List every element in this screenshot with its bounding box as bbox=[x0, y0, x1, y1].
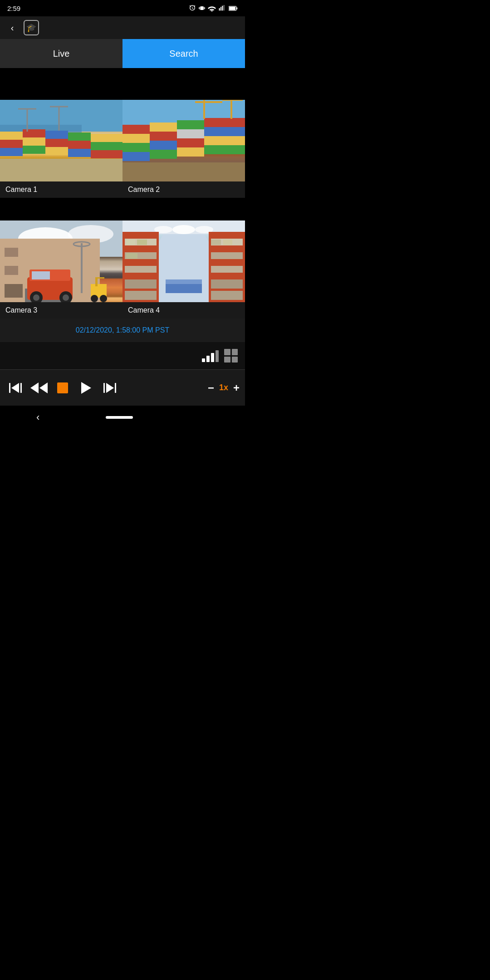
svg-rect-31 bbox=[150, 132, 177, 141]
grid-view-button[interactable] bbox=[224, 349, 238, 363]
camera-cell-2 bbox=[122, 100, 245, 181]
logo-shield: 🎓 bbox=[24, 20, 39, 35]
svg-rect-52 bbox=[5, 266, 18, 275]
camera-label-4: Camera 4 bbox=[122, 302, 245, 318]
svg-rect-30 bbox=[150, 122, 177, 132]
tabs: Live Search bbox=[0, 39, 245, 68]
svg-rect-34 bbox=[177, 120, 204, 129]
camera-cell-1 bbox=[0, 100, 122, 181]
svg-rect-37 bbox=[177, 147, 204, 157]
camera-feed-1 bbox=[0, 100, 122, 181]
svg-rect-92 bbox=[166, 284, 202, 293]
stop-button[interactable] bbox=[53, 378, 73, 398]
status-time: 2:59 bbox=[7, 5, 20, 12]
camera-feed-4 bbox=[122, 220, 245, 302]
tab-live[interactable]: Live bbox=[0, 39, 122, 68]
grid-cell-tl bbox=[224, 349, 230, 355]
svg-rect-9 bbox=[23, 137, 45, 146]
status-icons bbox=[189, 5, 238, 12]
tab-search[interactable]: Search bbox=[122, 39, 245, 68]
bar2 bbox=[206, 356, 210, 362]
svg-rect-36 bbox=[177, 138, 204, 147]
camera-feed-2 bbox=[122, 100, 245, 181]
speed-label: 1x bbox=[217, 383, 230, 392]
step-forward-button[interactable] bbox=[100, 378, 120, 398]
svg-rect-38 bbox=[204, 118, 245, 127]
black-strip-top bbox=[0, 68, 245, 100]
svg-rect-15 bbox=[68, 141, 91, 149]
cam1-overlay bbox=[0, 100, 122, 181]
svg-rect-88 bbox=[126, 253, 137, 259]
signal-icon bbox=[219, 5, 226, 11]
grid-cell-br bbox=[232, 357, 238, 363]
svg-point-70 bbox=[172, 225, 195, 234]
camera-grid-row2 bbox=[0, 220, 245, 302]
svg-rect-18 bbox=[91, 142, 122, 150]
svg-point-68 bbox=[100, 295, 107, 302]
svg-point-61 bbox=[33, 294, 39, 301]
svg-rect-83 bbox=[211, 266, 243, 273]
alarm-icon bbox=[189, 5, 196, 12]
svg-rect-39 bbox=[204, 127, 245, 136]
svg-rect-85 bbox=[211, 291, 243, 300]
battery-icon bbox=[229, 5, 238, 11]
camera-labels-row2: Camera 3 Camera 4 bbox=[0, 302, 245, 318]
camera-grid-row1 bbox=[0, 100, 245, 181]
rewind-button[interactable] bbox=[29, 378, 49, 398]
playback-controls: − 1x + bbox=[0, 369, 245, 406]
svg-rect-26 bbox=[122, 125, 150, 134]
bar1 bbox=[202, 358, 205, 362]
cam2-overlay bbox=[122, 100, 245, 181]
nav-back-button[interactable]: ‹ bbox=[36, 412, 39, 423]
svg-rect-51 bbox=[5, 248, 18, 257]
svg-rect-87 bbox=[137, 240, 147, 245]
svg-rect-66 bbox=[98, 277, 104, 279]
speed-decrease-button[interactable]: − bbox=[208, 382, 214, 394]
svg-rect-17 bbox=[91, 134, 122, 142]
nav-home-pill[interactable] bbox=[106, 416, 133, 419]
vibrate-icon bbox=[199, 5, 205, 12]
timestamp: 02/12/2020, 1:58:00 PM PST bbox=[76, 326, 169, 334]
svg-rect-12 bbox=[45, 139, 68, 147]
svg-rect-10 bbox=[23, 146, 45, 154]
svg-rect-46 bbox=[122, 162, 245, 181]
svg-point-67 bbox=[91, 295, 98, 302]
status-bar: 2:59 bbox=[0, 0, 245, 16]
svg-rect-65 bbox=[95, 277, 98, 286]
svg-rect-27 bbox=[122, 134, 150, 143]
skip-back-button[interactable] bbox=[5, 378, 25, 398]
svg-rect-8 bbox=[23, 129, 45, 137]
svg-rect-28 bbox=[122, 143, 150, 152]
svg-rect-89 bbox=[211, 240, 221, 245]
svg-rect-20 bbox=[0, 159, 122, 181]
svg-rect-35 bbox=[177, 129, 204, 138]
svg-rect-29 bbox=[122, 152, 150, 161]
nav-bar: ‹ bbox=[0, 406, 245, 429]
speed-increase-button[interactable]: + bbox=[233, 382, 240, 394]
svg-rect-16 bbox=[68, 149, 91, 157]
svg-rect-13 bbox=[45, 147, 68, 155]
logo-icon: 🎓 bbox=[26, 23, 36, 33]
bar4 bbox=[216, 350, 219, 362]
svg-point-63 bbox=[63, 294, 69, 301]
svg-rect-86 bbox=[126, 240, 135, 245]
black-strip-middle bbox=[0, 198, 245, 220]
signal-bars bbox=[202, 349, 219, 362]
camera-feed-3 bbox=[0, 220, 122, 302]
controls-top bbox=[0, 342, 245, 369]
svg-rect-77 bbox=[125, 266, 157, 273]
svg-rect-41 bbox=[204, 145, 245, 154]
header: ‹ 🎓 bbox=[0, 16, 245, 39]
svg-rect-14 bbox=[68, 132, 91, 141]
play-button[interactable] bbox=[76, 378, 96, 398]
camera-label-3: Camera 3 bbox=[0, 302, 122, 318]
svg-rect-53 bbox=[5, 284, 23, 298]
svg-rect-90 bbox=[223, 240, 232, 245]
back-button[interactable]: ‹ bbox=[5, 21, 19, 34]
svg-rect-5 bbox=[0, 132, 23, 140]
wifi-icon bbox=[208, 5, 216, 11]
timestamp-row: 02/12/2020, 1:58:00 PM PST bbox=[0, 318, 245, 342]
svg-rect-82 bbox=[211, 252, 243, 259]
stop-icon bbox=[57, 382, 68, 393]
svg-rect-33 bbox=[150, 150, 177, 159]
